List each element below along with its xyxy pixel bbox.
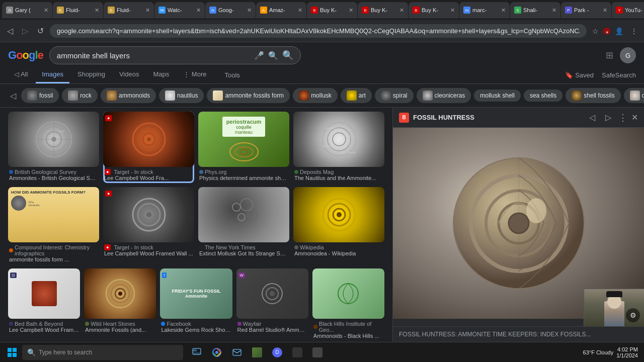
- chip-shell-fossils[interactable]: shell fossils: [566, 88, 620, 103]
- tab-9[interactable]: B Buy K- ✕: [409, 2, 459, 18]
- refresh-button[interactable]: ↺: [34, 24, 47, 38]
- tab-more[interactable]: ⋮ More: [177, 66, 212, 83]
- tab-7[interactable]: B Buy K- ✕: [307, 2, 357, 18]
- panel-next-button[interactable]: ▷: [602, 112, 614, 123]
- result-item-9[interactable]: ⊡ Bed Bath & Beyond Lee Campbell Wood Fr…: [8, 268, 80, 341]
- saved-button[interactable]: 🔖 Saved: [565, 71, 594, 79]
- tab-close-1[interactable]: ✕: [44, 7, 48, 14]
- taskbar-unknown2[interactable]: [308, 343, 327, 361]
- tab-12[interactable]: P Park - ✕: [561, 2, 611, 18]
- tab-10[interactable]: m marc- ✕: [459, 2, 510, 18]
- tab-close-11[interactable]: ✕: [552, 7, 556, 14]
- result-item-7[interactable]: The New York Times Extinct Mollusk Got I…: [198, 187, 289, 264]
- tab-close-12[interactable]: ✕: [603, 7, 607, 14]
- tab-close-6[interactable]: ✕: [298, 7, 302, 14]
- result-item-10[interactable]: Wild Heart Stones Ammonite Fossils (and.…: [84, 268, 156, 341]
- panel-more-button[interactable]: ⋮: [618, 112, 627, 123]
- tab-close-5[interactable]: ✕: [247, 7, 252, 14]
- chip-cleoniceras[interactable]: cleoniceras: [417, 88, 471, 103]
- tab-1[interactable]: G Gary ( ✕: [2, 2, 52, 18]
- result-item-6[interactable]: ● ● Target - In stock Lee Campbell Wood …: [103, 187, 194, 264]
- chip-rock[interactable]: rock: [62, 88, 98, 103]
- panel-close-button[interactable]: ✕: [631, 113, 638, 122]
- result-item-3[interactable]: periostracum coquille manteau: [198, 112, 289, 183]
- taskbar-explorer[interactable]: [187, 343, 206, 361]
- google-apps-button[interactable]: ⊞: [603, 48, 616, 63]
- svg-text:chambers: chambers: [325, 127, 336, 130]
- tab-close-3[interactable]: ✕: [145, 7, 150, 14]
- chip-mollusk[interactable]: mollusk: [293, 88, 338, 103]
- chip-ammonoids[interactable]: ammonoids: [101, 88, 156, 103]
- tab-close-8[interactable]: ✕: [399, 7, 404, 14]
- tab-close-10[interactable]: ✕: [501, 7, 506, 14]
- menu-button[interactable]: ⋮: [628, 25, 640, 37]
- chip-cephalopods[interactable]: cephalopods: [624, 88, 644, 103]
- start-button[interactable]: [2, 343, 22, 361]
- tab-close-4[interactable]: ✕: [196, 7, 201, 14]
- tab-shopping[interactable]: Shopping: [71, 66, 111, 83]
- extensions-button[interactable]: ●: [603, 28, 610, 35]
- panel-settings-button[interactable]: ⚙: [626, 308, 640, 322]
- taskbar-unknown1[interactable]: [288, 343, 307, 361]
- taskbar-minecraft[interactable]: [248, 343, 267, 361]
- result-item-5[interactable]: HOW DID AMMONITE FOSSILS FORM? SO₂ miner…: [8, 187, 99, 264]
- result-source-13: Black Hills Institute of Geo...: [313, 321, 383, 333]
- safesearch-button[interactable]: SafeSearch: [602, 71, 636, 79]
- result-item-2[interactable]: ● ● Target - In stock Lee Campbell Wood …: [103, 112, 194, 183]
- chip-mollusk-shell[interactable]: mollusk shell: [474, 89, 521, 102]
- svg-rect-48: [8, 348, 12, 352]
- tab-maps[interactable]: Maps: [147, 66, 175, 83]
- result-item-1[interactable]: bapa British Geological Survey Ammonites…: [8, 112, 99, 183]
- chips-prev-button[interactable]: ◁: [8, 89, 18, 103]
- panel-prev-button[interactable]: ◁: [586, 112, 598, 123]
- tab-all[interactable]: ◁ All: [8, 66, 34, 83]
- chip-ammonite-fossils-form[interactable]: ammonite fossils form: [207, 88, 290, 103]
- back-button[interactable]: ◁: [4, 24, 16, 38]
- taskbar-search[interactable]: 🔍 Type here to search: [22, 345, 183, 360]
- target-badge-2: ●: [105, 191, 112, 197]
- svg-point-25: [232, 203, 240, 211]
- tab-images[interactable]: Images: [36, 66, 69, 83]
- chip-nautilus[interactable]: nautilus: [159, 88, 204, 103]
- tab-13[interactable]: Y YouTu- ✕: [612, 2, 644, 18]
- bookmark-button[interactable]: ☆: [590, 25, 601, 37]
- result-item-13[interactable]: Black Hills Institute of Geo... Ammonoid…: [312, 268, 384, 341]
- result-source-7: The New York Times: [199, 244, 288, 250]
- profile-button[interactable]: 👤: [612, 25, 626, 37]
- forward-button[interactable]: ▷: [19, 24, 31, 38]
- taskbar-discord[interactable]: D: [268, 343, 287, 361]
- search-button[interactable]: 🔍: [282, 50, 293, 61]
- user-avatar[interactable]: G: [620, 47, 636, 63]
- image-search-button[interactable]: 🔍: [268, 51, 278, 60]
- tools-button[interactable]: Tools: [218, 67, 246, 83]
- result-item-11[interactable]: FRIDAY'S FUN FOSSILAmmonite f Facebook L…: [160, 268, 232, 341]
- search-input[interactable]: [57, 51, 250, 60]
- tab-3[interactable]: E Fluid- ✕: [104, 2, 154, 18]
- chip-fossil[interactable]: fossil: [21, 88, 59, 103]
- tab-close-7[interactable]: ✕: [349, 7, 353, 14]
- tab-4[interactable]: W Watc- ✕: [154, 2, 205, 18]
- voice-search-button[interactable]: 🎤: [254, 51, 264, 60]
- taskbar-mail[interactable]: [227, 343, 247, 361]
- tab-close-9[interactable]: ✕: [450, 7, 455, 14]
- svg-text:bapa: bapa: [59, 129, 64, 132]
- tab-8[interactable]: B Buy K- ✕: [358, 2, 408, 18]
- result-item-8[interactable]: Wikipedia Ammonoidea - Wikipedia: [293, 187, 384, 264]
- result-item-12[interactable]: W Wayfair Red Barrel Studio® Ammonite Sh…: [236, 268, 308, 341]
- result-item-4[interactable]: chambers septa aperture body chamber Dep…: [293, 112, 384, 183]
- svg-point-10: [147, 137, 151, 141]
- wayfair-badge: W: [238, 273, 246, 278]
- chip-sea-shells[interactable]: sea shells: [524, 89, 562, 102]
- chip-spiral[interactable]: spiral: [375, 88, 414, 103]
- address-bar[interactable]: [50, 24, 587, 38]
- taskbar-chrome[interactable]: [207, 343, 226, 361]
- tab-close-2[interactable]: ✕: [95, 7, 99, 14]
- tab-title-9: Buy K-: [422, 7, 448, 13]
- tab-6[interactable]: A Amaz- ✕: [256, 2, 306, 18]
- tab-11[interactable]: S Shali- ✕: [510, 2, 560, 18]
- tab-videos[interactable]: Videos: [113, 66, 145, 83]
- tab-5[interactable]: G Goog- ✕: [205, 2, 256, 18]
- result-image-1: bapa: [8, 112, 99, 167]
- tab-2[interactable]: E Fluid- ✕: [53, 2, 103, 18]
- chip-art[interactable]: art: [341, 88, 372, 103]
